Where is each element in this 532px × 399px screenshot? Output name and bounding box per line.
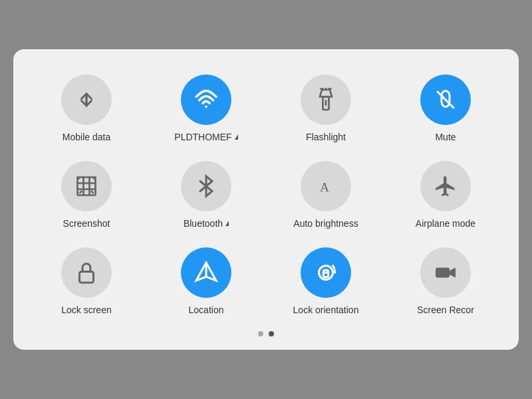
screenshot-circle xyxy=(61,161,112,211)
mute-label: Mute xyxy=(435,132,456,142)
bluetooth-icon xyxy=(194,174,218,198)
auto-brightness-circle: A xyxy=(301,161,351,211)
bluetooth-label: Bluetooth xyxy=(184,218,223,229)
svg-line-8 xyxy=(438,92,454,108)
dot-2 xyxy=(269,331,274,336)
tile-screen-record[interactable]: Screen Recor xyxy=(386,241,505,322)
tile-airplane-mode[interactable]: Airplane mode xyxy=(386,154,505,235)
airplane-label: Airplane mode xyxy=(416,218,475,229)
tile-mobile-data[interactable]: Mobile data xyxy=(27,68,146,149)
svg-rect-22 xyxy=(436,268,450,278)
screen-record-icon xyxy=(434,261,458,285)
screen-record-circle xyxy=(420,247,471,298)
screenshot-label: Screenshot xyxy=(63,218,110,229)
location-icon xyxy=(194,261,218,285)
wifi-icon xyxy=(194,88,218,112)
svg-rect-17 xyxy=(80,272,94,283)
wifi-label-container: PLDTHOMEF xyxy=(174,132,237,142)
svg-point-2 xyxy=(205,106,207,108)
airplane-circle xyxy=(420,161,471,211)
wifi-signal-icon xyxy=(235,134,238,140)
lock-icon xyxy=(74,261,98,285)
location-circle xyxy=(181,247,231,298)
quick-settings-panel: Mobile data PLDTHOMEF xyxy=(13,49,519,350)
tile-screenshot[interactable]: Screenshot xyxy=(27,154,146,235)
lock-orientation-label: Lock orientation xyxy=(293,305,359,315)
flashlight-icon xyxy=(314,88,338,112)
tile-auto-brightness[interactable]: A Auto brightness xyxy=(266,154,386,235)
bluetooth-circle xyxy=(181,161,231,211)
flashlight-circle xyxy=(301,74,351,125)
screen-record-label: Screen Recor xyxy=(417,305,474,315)
svg-marker-23 xyxy=(450,268,456,278)
tile-wifi[interactable]: PLDTHOMEF xyxy=(146,68,266,149)
lock-screen-label: Lock screen xyxy=(61,305,111,315)
lock-orientation-icon xyxy=(314,261,338,285)
tile-location[interactable]: Location xyxy=(146,241,266,322)
auto-brightness-icon: A xyxy=(314,174,338,198)
location-label: Location xyxy=(189,305,224,315)
tile-mute[interactable]: Mute xyxy=(386,68,505,149)
mobile-data-label: Mobile data xyxy=(63,132,110,142)
wifi-circle xyxy=(181,74,231,125)
tile-lock-orientation[interactable]: Lock orientation xyxy=(266,241,386,322)
mute-circle xyxy=(420,74,471,125)
mute-icon xyxy=(434,88,458,112)
bluetooth-signal-icon xyxy=(225,221,229,226)
airplane-icon xyxy=(434,174,458,198)
dot-1 xyxy=(258,331,263,336)
wifi-label: PLDTHOMEF xyxy=(174,132,231,142)
lock-circle xyxy=(61,247,112,298)
lock-orientation-circle xyxy=(301,247,351,298)
flashlight-label: Flashlight xyxy=(306,132,346,142)
quick-settings-grid: Mobile data PLDTHOMEF xyxy=(27,68,505,322)
bluetooth-label-container: Bluetooth xyxy=(184,218,229,229)
tile-lock-screen[interactable]: Lock screen xyxy=(27,241,146,322)
mobile-data-icon xyxy=(74,88,98,112)
tile-bluetooth[interactable]: Bluetooth xyxy=(146,154,266,235)
svg-text:A: A xyxy=(320,180,329,194)
auto-brightness-label: Auto brightness xyxy=(293,218,358,229)
screenshot-icon xyxy=(74,174,98,198)
tile-flashlight[interactable]: Flashlight xyxy=(266,68,386,149)
page-indicator xyxy=(27,331,505,336)
mobile-data-circle xyxy=(61,74,112,125)
